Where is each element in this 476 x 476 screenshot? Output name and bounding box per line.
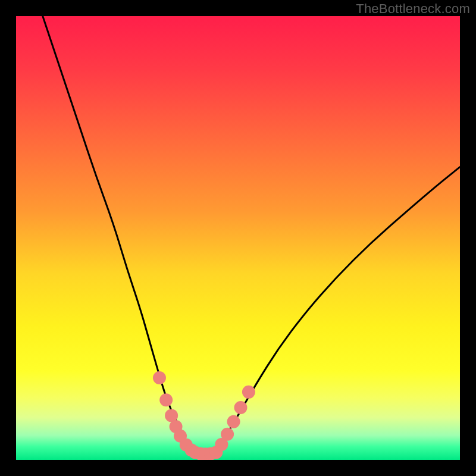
plot-area — [16, 16, 460, 460]
marker-dot — [234, 401, 247, 414]
marker-dot — [221, 428, 234, 441]
chart-svg — [16, 16, 460, 460]
watermark-label: TheBottleneck.com — [356, 1, 470, 17]
marker-dot — [159, 393, 173, 406]
gradient-background — [16, 16, 460, 460]
marker-dot — [153, 371, 166, 384]
marker-dot — [227, 415, 240, 428]
chart-frame: TheBottleneck.com — [0, 0, 476, 476]
marker-dot — [242, 386, 255, 399]
